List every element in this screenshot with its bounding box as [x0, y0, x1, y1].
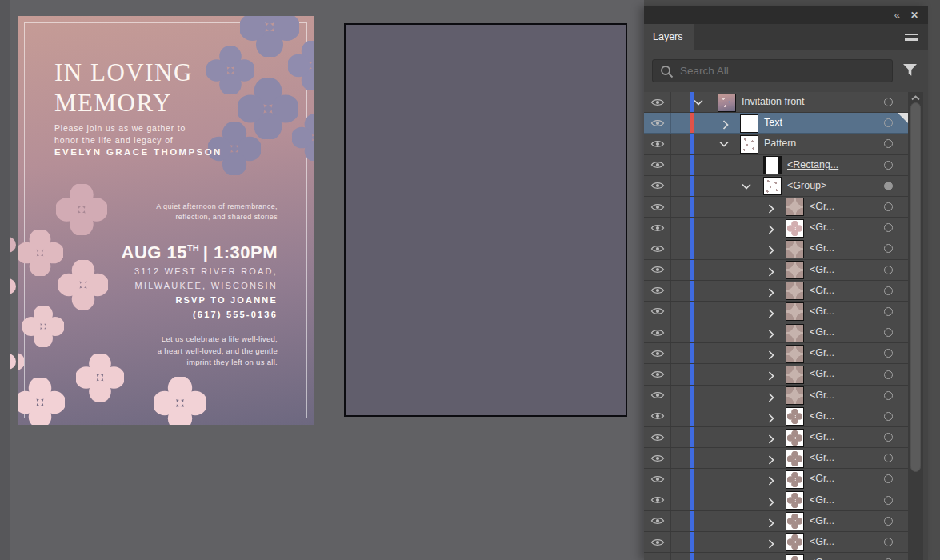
- layer-row[interactable]: <Gr...: [644, 260, 908, 281]
- layer-row[interactable]: <Gr...: [644, 281, 908, 302]
- expand-chevron-icon[interactable]: [768, 328, 774, 338]
- layer-row[interactable]: <Gr...: [644, 197, 908, 218]
- expand-chevron-icon[interactable]: [721, 141, 730, 147]
- layer-name[interactable]: <Gr...: [810, 347, 834, 358]
- layer-name[interactable]: <Rectang...: [787, 159, 838, 170]
- layer-thumbnail[interactable]: [786, 429, 804, 447]
- layer-row[interactable]: <Rectang...: [644, 155, 908, 176]
- visibility-toggle[interactable]: [644, 134, 670, 154]
- layer-thumbnail[interactable]: [786, 282, 804, 300]
- visibility-toggle[interactable]: [644, 92, 670, 112]
- layer-name[interactable]: <Gr...: [810, 201, 834, 212]
- visibility-toggle[interactable]: [644, 406, 670, 426]
- layer-target[interactable]: [870, 218, 906, 238]
- layer-row[interactable]: <Gr...: [644, 238, 908, 259]
- layer-name[interactable]: <Gr...: [810, 515, 834, 526]
- layer-thumbnail[interactable]: [786, 512, 804, 530]
- layer-row[interactable]: Pattern: [644, 134, 908, 154]
- visibility-toggle[interactable]: [644, 511, 670, 531]
- layer-target[interactable]: [870, 260, 906, 280]
- visibility-toggle[interactable]: [644, 281, 670, 301]
- close-panel-icon[interactable]: ✕: [910, 9, 918, 22]
- visibility-toggle[interactable]: [644, 364, 670, 384]
- expand-chevron-icon[interactable]: [768, 370, 774, 379]
- scroll-up-icon[interactable]: [910, 94, 921, 102]
- layer-name[interactable]: <Gr...: [810, 431, 834, 442]
- layer-thumbnail[interactable]: [786, 554, 804, 560]
- layer-target[interactable]: [870, 553, 906, 560]
- layer-name[interactable]: Pattern: [764, 138, 796, 149]
- layer-row[interactable]: <Gr...: [644, 511, 908, 532]
- layer-target[interactable]: [870, 302, 906, 322]
- layer-target[interactable]: [870, 176, 906, 196]
- layer-thumbnail[interactable]: [786, 219, 804, 238]
- layer-row[interactable]: <Group>: [644, 176, 908, 197]
- layer-thumbnail[interactable]: [763, 156, 782, 174]
- expand-chevron-icon[interactable]: [768, 538, 774, 547]
- layer-row[interactable]: Text: [644, 113, 908, 134]
- layer-thumbnail[interactable]: [786, 407, 804, 426]
- layer-thumbnail[interactable]: [786, 302, 804, 321]
- layer-thumbnail[interactable]: [740, 114, 758, 133]
- layer-target[interactable]: [870, 406, 906, 426]
- layer-row[interactable]: <Gr...: [644, 364, 908, 385]
- layer-name[interactable]: <Gr...: [810, 222, 834, 233]
- expand-chevron-icon[interactable]: [768, 412, 774, 422]
- layer-thumbnail[interactable]: [786, 240, 804, 258]
- expand-chevron-icon[interactable]: [768, 391, 774, 401]
- layer-row[interactable]: <Gr...: [644, 448, 908, 469]
- layer-row[interactable]: <Gr...: [644, 427, 908, 448]
- search-box[interactable]: [652, 59, 893, 82]
- invitation-back-artboard[interactable]: [344, 23, 627, 417]
- layer-target[interactable]: [870, 469, 906, 489]
- layer-name[interactable]: <Gr...: [810, 410, 834, 422]
- visibility-toggle[interactable]: [644, 448, 670, 468]
- visibility-toggle[interactable]: [644, 155, 670, 175]
- layer-thumbnail[interactable]: [786, 386, 804, 405]
- layer-target[interactable]: [870, 134, 906, 154]
- layer-thumbnail[interactable]: [786, 450, 804, 468]
- layer-thumbnail[interactable]: [740, 135, 758, 154]
- layer-name[interactable]: <Gr...: [810, 390, 834, 401]
- layer-target[interactable]: [870, 155, 906, 175]
- layer-name[interactable]: Invitation front: [742, 96, 805, 107]
- layer-target[interactable]: [870, 238, 906, 258]
- layer-thumbnail[interactable]: [763, 177, 782, 195]
- visibility-toggle[interactable]: [644, 218, 670, 238]
- layer-target[interactable]: [870, 197, 906, 217]
- tab-layers[interactable]: Layers: [644, 24, 694, 50]
- visibility-toggle[interactable]: [644, 260, 670, 280]
- layer-name[interactable]: <Gr...: [810, 306, 834, 317]
- expand-chevron-icon[interactable]: [695, 99, 705, 106]
- layer-name[interactable]: <Gr...: [810, 494, 834, 506]
- expand-chevron-icon[interactable]: [768, 433, 774, 442]
- visibility-toggle[interactable]: [644, 553, 670, 560]
- layer-row[interactable]: <Gr...: [644, 322, 908, 343]
- layer-target[interactable]: [870, 511, 906, 531]
- expand-chevron-icon[interactable]: [768, 496, 774, 506]
- expand-chevron-icon[interactable]: [768, 244, 774, 254]
- layer-thumbnail[interactable]: [718, 94, 736, 112]
- layers-scrollbar[interactable]: [908, 92, 923, 560]
- filter-icon[interactable]: [902, 63, 918, 77]
- layer-row[interactable]: <Gr...: [644, 343, 908, 364]
- expand-chevron-icon[interactable]: [722, 118, 729, 128]
- layer-thumbnail[interactable]: [786, 533, 804, 551]
- layer-target[interactable]: [870, 92, 906, 112]
- collapse-panel-icon[interactable]: «: [894, 9, 899, 22]
- invitation-front-artboard[interactable]: IN LOVING MEMORY Please join us as we ga…: [18, 16, 314, 425]
- layer-name[interactable]: <Gr...: [810, 452, 834, 463]
- visibility-toggle[interactable]: [644, 427, 670, 447]
- layer-name[interactable]: <Gr...: [810, 326, 834, 338]
- visibility-toggle[interactable]: [644, 238, 670, 258]
- layer-name[interactable]: Text: [764, 117, 782, 128]
- visibility-toggle[interactable]: [644, 322, 670, 342]
- layer-target[interactable]: [870, 281, 906, 301]
- layer-thumbnail[interactable]: [786, 261, 804, 279]
- expand-chevron-icon[interactable]: [768, 307, 774, 317]
- panel-menu-icon[interactable]: [905, 34, 918, 41]
- layer-row[interactable]: <Gr...: [644, 386, 908, 406]
- expand-chevron-icon[interactable]: [768, 474, 774, 484]
- layer-name[interactable]: <Gr...: [810, 536, 834, 547]
- visibility-toggle[interactable]: [644, 197, 670, 217]
